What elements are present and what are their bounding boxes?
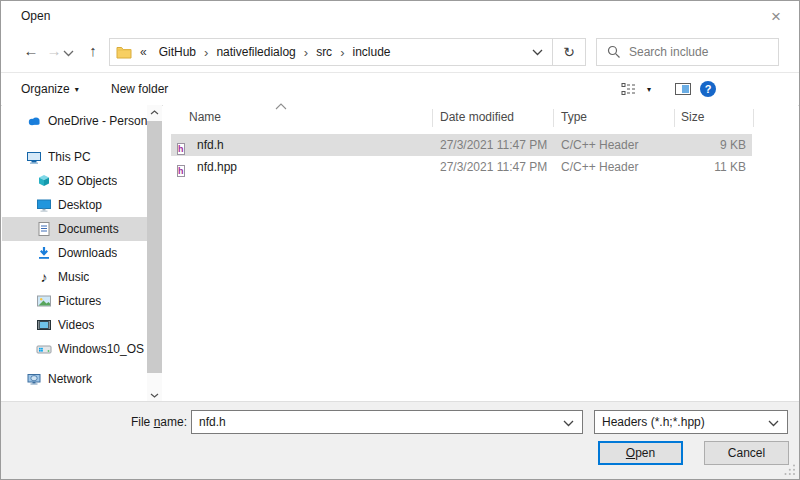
scrollbar-thumb[interactable] <box>147 121 162 373</box>
column-header-date-modified[interactable]: Date modified <box>440 105 514 129</box>
preview-pane-button[interactable] <box>675 83 691 95</box>
open-button[interactable]: Open <box>598 441 683 465</box>
address-bar[interactable]: « GitHub › nativefiledialog › src › incl… <box>109 38 586 66</box>
file-size: 11 KB <box>651 156 746 178</box>
sidebar-item-network[interactable]: Network <box>2 367 147 391</box>
new-folder-label: New folder <box>111 82 168 96</box>
sidebar-item-label: Videos <box>58 318 94 332</box>
sidebar-item-3d-objects[interactable]: 3D Objects <box>2 169 147 193</box>
new-folder-button[interactable]: New folder <box>111 73 168 105</box>
file-name-label: File name: <box>1 415 187 429</box>
window-title: Open <box>21 9 50 23</box>
videos-icon <box>36 317 52 333</box>
sidebar-item-videos[interactable]: Videos <box>2 313 147 337</box>
breadcrumb-item-nativefiledialog[interactable]: nativefiledialog <box>208 45 303 59</box>
organize-button[interactable]: Organize▾ <box>21 73 79 105</box>
column-divider[interactable] <box>432 109 433 127</box>
folder-icon <box>116 45 132 59</box>
sidebar-item-downloads[interactable]: Downloads <box>2 241 147 265</box>
file-row-nfd-h[interactable]: h nfd.h 27/3/2021 11:47 PM C/C++ Header … <box>171 134 752 156</box>
sidebar-item-label: Music <box>58 270 89 284</box>
caret-down-icon: ▾ <box>75 85 79 94</box>
close-button[interactable]: × <box>764 5 788 29</box>
forward-arrow-icon: → <box>47 42 62 59</box>
title-bar: Open × <box>1 1 799 32</box>
sidebar-item-pictures[interactable]: Pictures <box>2 289 147 313</box>
desktop-icon <box>36 197 52 213</box>
search-input[interactable] <box>629 45 778 59</box>
column-header-size[interactable]: Size <box>681 105 704 129</box>
address-dropdown-button[interactable] <box>522 39 552 65</box>
cancel-button[interactable]: Cancel <box>704 441 789 465</box>
recent-locations-button[interactable] <box>63 46 79 58</box>
chevron-down-icon <box>532 49 543 56</box>
file-date-modified: 27/3/2021 11:47 PM <box>440 156 547 178</box>
breadcrumb-overflow[interactable]: « <box>132 45 151 59</box>
navigation-row: ← → ↑ « GitHub › nativefiledialog › <box>1 32 799 72</box>
file-type-filter-dropdown[interactable]: Headers (*.h;*.hpp) <box>594 410 788 434</box>
file-name-input[interactable] <box>192 411 582 433</box>
back-arrow-icon: ← <box>24 42 39 59</box>
sidebar-item-label: Network <box>48 372 92 386</box>
close-icon: × <box>771 7 781 26</box>
column-header-type[interactable]: Type <box>561 105 587 129</box>
file-list: Name Date modified Type Size h nfd.h 27/… <box>163 105 798 401</box>
breadcrumb-item-include[interactable]: include <box>344 45 398 59</box>
sidebar-item-label: Windows10_OS (C:) <box>58 342 147 356</box>
sidebar-item-desktop[interactable]: Desktop <box>2 193 147 217</box>
file-type: C/C++ Header <box>561 156 638 178</box>
sidebar-item-label: 3D Objects <box>58 174 117 188</box>
breadcrumb-item-github[interactable]: GitHub <box>151 45 204 59</box>
downloads-icon <box>36 245 52 261</box>
sidebar-item-onedrive[interactable]: OneDrive - Personal <box>2 109 147 133</box>
preview-pane-icon <box>682 85 689 93</box>
sidebar-item-windows10-os[interactable]: Windows10_OS (C:) <box>2 337 147 361</box>
sidebar-item-documents[interactable]: Documents <box>2 217 147 241</box>
organize-label: Organize <box>21 82 70 96</box>
toolbar: Organize▾ New folder ▾ ? <box>1 72 799 106</box>
help-icon: ? <box>705 83 712 95</box>
sidebar-item-label: Downloads <box>58 246 117 260</box>
chevron-down-icon[interactable] <box>563 420 574 427</box>
search-icon <box>607 45 621 59</box>
header-file-icon: h <box>177 159 185 181</box>
chevron-down-icon <box>768 420 779 427</box>
caret-down-icon: ▾ <box>647 85 651 94</box>
sort-ascending-icon <box>275 103 287 110</box>
sidebar-item-label: Pictures <box>58 294 101 308</box>
sidebar-item-label: This PC <box>48 150 91 164</box>
sidebar-item-this-pc[interactable]: This PC <box>2 145 147 169</box>
resize-grip[interactable] <box>783 463 796 476</box>
sidebar-item-label: Desktop <box>58 198 102 212</box>
column-divider[interactable] <box>553 109 554 127</box>
back-button[interactable]: ← <box>19 39 43 63</box>
refresh-icon: ↻ <box>563 44 575 60</box>
help-button[interactable]: ? <box>700 81 716 97</box>
refresh-button[interactable]: ↻ <box>553 39 585 65</box>
chevron-down-icon <box>150 393 159 398</box>
column-header-name[interactable]: Name <box>189 105 221 129</box>
file-type: C/C++ Header <box>561 134 638 156</box>
music-note-icon: ♪ <box>36 269 52 285</box>
scrollbar-up-button[interactable] <box>147 105 162 120</box>
chevron-down-icon <box>63 50 74 57</box>
address-bar-controls: ↻ <box>522 39 585 65</box>
column-divider[interactable] <box>674 109 675 127</box>
sidebar-item-music[interactable]: ♪ Music <box>2 265 147 289</box>
3d-objects-icon <box>36 173 52 189</box>
chevron-up-icon <box>150 110 159 115</box>
sidebar-item-label: Documents <box>58 222 119 236</box>
up-arrow-icon: ↑ <box>89 42 97 59</box>
column-divider[interactable] <box>753 109 754 127</box>
file-name: nfd.hpp <box>197 156 237 178</box>
documents-icon <box>36 221 52 237</box>
change-view-button[interactable]: ▾ <box>621 82 651 96</box>
file-name-combobox <box>191 410 583 434</box>
sidebar-scrollbar[interactable] <box>147 105 162 403</box>
file-row-nfd-hpp[interactable]: h nfd.hpp 27/3/2021 11:47 PM C/C++ Heade… <box>171 156 752 178</box>
dialog-footer: File name: Headers (*.h;*.hpp) Open Canc… <box>1 401 799 479</box>
breadcrumb-item-src[interactable]: src <box>308 45 340 59</box>
details-view-icon <box>621 82 639 96</box>
navigation-pane: OneDrive - Personal This PC 3D Objec <box>2 105 147 403</box>
up-button[interactable]: ↑ <box>81 39 105 63</box>
